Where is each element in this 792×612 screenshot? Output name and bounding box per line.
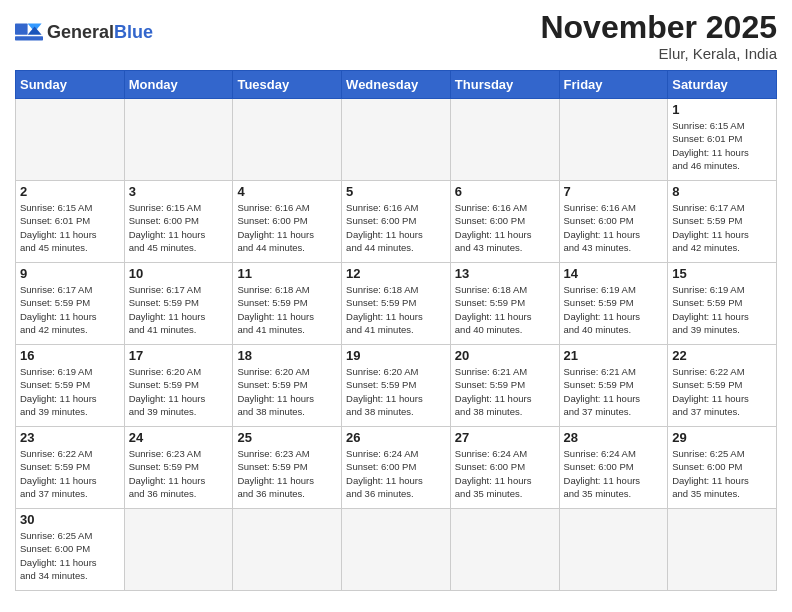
day-number: 25 (237, 430, 337, 445)
calendar-cell: 27Sunrise: 6:24 AM Sunset: 6:00 PM Dayli… (450, 427, 559, 509)
calendar-cell: 6Sunrise: 6:16 AM Sunset: 6:00 PM Daylig… (450, 181, 559, 263)
day-info: Sunrise: 6:15 AM Sunset: 6:01 PM Dayligh… (672, 119, 772, 172)
calendar-cell: 23Sunrise: 6:22 AM Sunset: 5:59 PM Dayli… (16, 427, 125, 509)
day-number: 13 (455, 266, 555, 281)
week-row-0: 1Sunrise: 6:15 AM Sunset: 6:01 PM Daylig… (16, 99, 777, 181)
calendar-cell: 3Sunrise: 6:15 AM Sunset: 6:00 PM Daylig… (124, 181, 233, 263)
day-number: 6 (455, 184, 555, 199)
day-info: Sunrise: 6:17 AM Sunset: 5:59 PM Dayligh… (20, 283, 120, 336)
day-number: 8 (672, 184, 772, 199)
day-info: Sunrise: 6:23 AM Sunset: 5:59 PM Dayligh… (237, 447, 337, 500)
day-info: Sunrise: 6:22 AM Sunset: 5:59 PM Dayligh… (672, 365, 772, 418)
calendar-cell: 12Sunrise: 6:18 AM Sunset: 5:59 PM Dayli… (342, 263, 451, 345)
logo-general: General (47, 22, 114, 42)
day-number: 16 (20, 348, 120, 363)
day-info: Sunrise: 6:23 AM Sunset: 5:59 PM Dayligh… (129, 447, 229, 500)
calendar-cell: 17Sunrise: 6:20 AM Sunset: 5:59 PM Dayli… (124, 345, 233, 427)
page: GeneralBlue November 2025 Elur, Kerala, … (0, 0, 792, 606)
day-number: 23 (20, 430, 120, 445)
month-title: November 2025 (540, 10, 777, 45)
day-info: Sunrise: 6:15 AM Sunset: 6:00 PM Dayligh… (129, 201, 229, 254)
calendar-cell: 21Sunrise: 6:21 AM Sunset: 5:59 PM Dayli… (559, 345, 668, 427)
day-number: 21 (564, 348, 664, 363)
weekday-header-monday: Monday (124, 71, 233, 99)
day-number: 22 (672, 348, 772, 363)
calendar-cell (668, 509, 777, 591)
calendar-cell (124, 99, 233, 181)
day-number: 27 (455, 430, 555, 445)
day-number: 10 (129, 266, 229, 281)
day-info: Sunrise: 6:17 AM Sunset: 5:59 PM Dayligh… (672, 201, 772, 254)
calendar-cell (233, 99, 342, 181)
location: Elur, Kerala, India (540, 45, 777, 62)
calendar-cell: 30Sunrise: 6:25 AM Sunset: 6:00 PM Dayli… (16, 509, 125, 591)
svg-rect-0 (15, 24, 28, 35)
day-info: Sunrise: 6:18 AM Sunset: 5:59 PM Dayligh… (237, 283, 337, 336)
weekday-header-saturday: Saturday (668, 71, 777, 99)
calendar-cell (233, 509, 342, 591)
calendar-cell: 22Sunrise: 6:22 AM Sunset: 5:59 PM Dayli… (668, 345, 777, 427)
day-number: 2 (20, 184, 120, 199)
calendar-cell (342, 99, 451, 181)
logo-text: GeneralBlue (47, 23, 153, 41)
day-info: Sunrise: 6:20 AM Sunset: 5:59 PM Dayligh… (237, 365, 337, 418)
week-row-2: 9Sunrise: 6:17 AM Sunset: 5:59 PM Daylig… (16, 263, 777, 345)
day-number: 17 (129, 348, 229, 363)
calendar-cell (16, 99, 125, 181)
svg-marker-2 (28, 26, 42, 34)
day-info: Sunrise: 6:16 AM Sunset: 6:00 PM Dayligh… (455, 201, 555, 254)
day-info: Sunrise: 6:19 AM Sunset: 5:59 PM Dayligh… (564, 283, 664, 336)
day-info: Sunrise: 6:16 AM Sunset: 6:00 PM Dayligh… (346, 201, 446, 254)
calendar-cell (124, 509, 233, 591)
calendar-cell: 13Sunrise: 6:18 AM Sunset: 5:59 PM Dayli… (450, 263, 559, 345)
day-number: 28 (564, 430, 664, 445)
logo: GeneralBlue (15, 18, 153, 46)
weekday-header-tuesday: Tuesday (233, 71, 342, 99)
day-number: 5 (346, 184, 446, 199)
day-info: Sunrise: 6:20 AM Sunset: 5:59 PM Dayligh… (129, 365, 229, 418)
day-info: Sunrise: 6:19 AM Sunset: 5:59 PM Dayligh… (672, 283, 772, 336)
day-info: Sunrise: 6:21 AM Sunset: 5:59 PM Dayligh… (455, 365, 555, 418)
day-info: Sunrise: 6:18 AM Sunset: 5:59 PM Dayligh… (455, 283, 555, 336)
day-info: Sunrise: 6:22 AM Sunset: 5:59 PM Dayligh… (20, 447, 120, 500)
day-number: 24 (129, 430, 229, 445)
calendar-cell: 15Sunrise: 6:19 AM Sunset: 5:59 PM Dayli… (668, 263, 777, 345)
day-info: Sunrise: 6:15 AM Sunset: 6:01 PM Dayligh… (20, 201, 120, 254)
day-info: Sunrise: 6:17 AM Sunset: 5:59 PM Dayligh… (129, 283, 229, 336)
calendar-cell: 14Sunrise: 6:19 AM Sunset: 5:59 PM Dayli… (559, 263, 668, 345)
day-number: 20 (455, 348, 555, 363)
weekday-header-wednesday: Wednesday (342, 71, 451, 99)
calendar-cell: 2Sunrise: 6:15 AM Sunset: 6:01 PM Daylig… (16, 181, 125, 263)
calendar-cell (559, 99, 668, 181)
calendar-cell: 28Sunrise: 6:24 AM Sunset: 6:00 PM Dayli… (559, 427, 668, 509)
calendar-cell: 24Sunrise: 6:23 AM Sunset: 5:59 PM Dayli… (124, 427, 233, 509)
day-info: Sunrise: 6:18 AM Sunset: 5:59 PM Dayligh… (346, 283, 446, 336)
calendar-cell (450, 99, 559, 181)
svg-rect-3 (15, 36, 43, 40)
week-row-5: 30Sunrise: 6:25 AM Sunset: 6:00 PM Dayli… (16, 509, 777, 591)
calendar-cell: 18Sunrise: 6:20 AM Sunset: 5:59 PM Dayli… (233, 345, 342, 427)
weekday-header-sunday: Sunday (16, 71, 125, 99)
week-row-1: 2Sunrise: 6:15 AM Sunset: 6:01 PM Daylig… (16, 181, 777, 263)
day-number: 15 (672, 266, 772, 281)
calendar-cell: 7Sunrise: 6:16 AM Sunset: 6:00 PM Daylig… (559, 181, 668, 263)
calendar-cell (342, 509, 451, 591)
week-row-3: 16Sunrise: 6:19 AM Sunset: 5:59 PM Dayli… (16, 345, 777, 427)
day-number: 14 (564, 266, 664, 281)
day-number: 29 (672, 430, 772, 445)
day-number: 30 (20, 512, 120, 527)
day-info: Sunrise: 6:16 AM Sunset: 6:00 PM Dayligh… (237, 201, 337, 254)
day-info: Sunrise: 6:25 AM Sunset: 6:00 PM Dayligh… (672, 447, 772, 500)
day-number: 26 (346, 430, 446, 445)
day-info: Sunrise: 6:25 AM Sunset: 6:00 PM Dayligh… (20, 529, 120, 582)
day-number: 19 (346, 348, 446, 363)
day-number: 7 (564, 184, 664, 199)
calendar-cell (450, 509, 559, 591)
day-number: 9 (20, 266, 120, 281)
calendar-cell: 8Sunrise: 6:17 AM Sunset: 5:59 PM Daylig… (668, 181, 777, 263)
day-info: Sunrise: 6:20 AM Sunset: 5:59 PM Dayligh… (346, 365, 446, 418)
day-number: 4 (237, 184, 337, 199)
calendar-cell: 11Sunrise: 6:18 AM Sunset: 5:59 PM Dayli… (233, 263, 342, 345)
calendar-cell: 20Sunrise: 6:21 AM Sunset: 5:59 PM Dayli… (450, 345, 559, 427)
day-info: Sunrise: 6:16 AM Sunset: 6:00 PM Dayligh… (564, 201, 664, 254)
